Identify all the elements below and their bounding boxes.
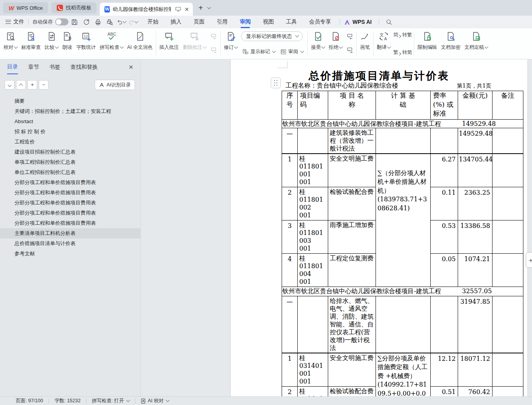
- spellcheck-indicator[interactable]: 拼写检查: 打开: [92, 398, 129, 404]
- read-aloud-button[interactable]: 朗读: [60, 28, 74, 59]
- previous-comment-button[interactable]: [209, 32, 218, 41]
- undo-chevron-icon[interactable]: [123, 19, 127, 23]
- cell-remark: [492, 220, 523, 254]
- ink-pen-button[interactable]: 画笔: [358, 28, 372, 59]
- wps-ai-button[interactable]: WPS AI: [344, 19, 372, 25]
- page-margin-corner-mark: [277, 61, 288, 68]
- menu-tab-tools[interactable]: 工具: [286, 16, 297, 27]
- word-count-button[interactable]: 12 字数统计: [74, 28, 98, 59]
- sidebar-tab-find-replace[interactable]: 查找和替换: [70, 64, 98, 74]
- previous-change-button[interactable]: [345, 32, 354, 41]
- tab-wps-home[interactable]: W WPS Office: [3, 2, 48, 13]
- reject-button[interactable]: 拒绝: [327, 28, 344, 59]
- compare-button[interactable]: 比较: [43, 28, 60, 59]
- toc-item[interactable]: 单位工程招标控制价汇总表: [0, 167, 140, 177]
- navigation-sidebar: 目录 章节 书签 查找和替换 ✕ ＋ － AI识别目录 摘要 关键词：招标控制价…: [0, 59, 141, 396]
- toc-item[interactable]: 分部分项工程和单价措施项目费用表: [0, 198, 140, 208]
- zoom-out-toc-button[interactable]: －: [39, 80, 49, 90]
- spell-check-button[interactable]: ABC 拼写检查: [98, 28, 125, 59]
- encrypt-document-button[interactable]: 文档加密: [439, 28, 462, 59]
- close-sidebar-icon[interactable]: ✕: [128, 64, 133, 74]
- sidebar-tab-sections[interactable]: 章节: [28, 64, 39, 74]
- measures-pricing-table[interactable]: 序 号 项目编 码 项 目 名 称 计 算 基 础 费率 (%) 或 标准 金额…: [282, 91, 523, 396]
- chevron-down-icon: [203, 45, 207, 49]
- menu-tab-view[interactable]: 视图: [263, 16, 274, 27]
- document-page[interactable]: 总价措施项目清单与计价表 工程名称：贵台镇中心幼儿园保教综合楼 第1页，共1页 …: [231, 59, 527, 396]
- markup-state-dropdown[interactable]: 显示标记的最终状态: [241, 31, 303, 41]
- toc-item[interactable]: 参考文献: [0, 249, 140, 259]
- save-icon: [71, 19, 78, 25]
- close-tab-icon[interactable]: ✕: [184, 7, 189, 12]
- toc-item[interactable]: 单项工程招标控制价汇总表: [0, 157, 140, 167]
- word-count-indicator[interactable]: 字数: 15232: [54, 398, 81, 404]
- menu-tab-reference[interactable]: 引用: [217, 16, 228, 27]
- to-simplified-button[interactable]: 繁 转简: [393, 49, 412, 56]
- tab-document-active[interactable]: W 幼儿园保教综合楼招标控制价 ✕: [100, 3, 193, 16]
- monitor-icon[interactable]: [175, 7, 181, 12]
- toc-item[interactable]: 分部分项工程和单价措施项目费用表: [0, 188, 140, 198]
- redo-button[interactable]: [128, 17, 138, 27]
- delete-comment-button[interactable]: 删除批注: [181, 28, 208, 59]
- cell-code: 桂 011801002 001: [298, 187, 328, 220]
- toc-item[interactable]: 分部分项工程和单价措施项目费用表: [0, 208, 140, 218]
- tab-docer-templates[interactable]: 找稻壳模板: [51, 2, 97, 13]
- quick-add-button[interactable]: ＋: [526, 252, 532, 268]
- print-preview-button[interactable]: [105, 17, 114, 27]
- menu-tab-insert[interactable]: 插入: [171, 16, 182, 27]
- toc-item[interactable]: 摘要: [0, 96, 140, 106]
- standard-review-button[interactable]: 标准审查: [19, 28, 43, 59]
- menu-tab-review[interactable]: 审阅: [240, 16, 251, 27]
- restrict-editing-button[interactable]: 限制编辑: [415, 28, 439, 59]
- chevron-down-icon: [14, 45, 18, 49]
- to-traditional-button[interactable]: 简 转繁: [393, 31, 412, 38]
- document-title: 总价措施项目清单与计价表: [231, 69, 527, 83]
- toc-item[interactable]: 总价措施项目清单与计价表: [0, 238, 140, 249]
- next-comment-button[interactable]: [209, 46, 218, 54]
- toc-item[interactable]: 分部分项工程和单价措施项目费用表: [0, 177, 140, 188]
- autosave-toggle[interactable]: [55, 18, 68, 25]
- expand-all-button[interactable]: [5, 80, 14, 90]
- document-canvas[interactable]: 总价措施项目清单与计价表 工程名称：贵台镇中心幼儿园保教综合楼 第1页，共1页 …: [141, 59, 532, 396]
- save-button[interactable]: [70, 17, 79, 27]
- next-change-button[interactable]: [345, 46, 354, 54]
- toc-item-active[interactable]: 主要清单项目工料机分析表: [0, 228, 140, 238]
- menu-tab-member[interactable]: 会员专享: [309, 16, 331, 27]
- toc-item[interactable]: 分部分项工程和单价措施项目费用表: [0, 218, 140, 228]
- toc-item[interactable]: 招 标 控 制 价: [0, 127, 140, 137]
- ai-polish-button[interactable]: AI 全文润色: [125, 28, 155, 59]
- file-menu-button[interactable]: 文件: [5, 18, 24, 25]
- track-changes-button[interactable]: 修订: [222, 28, 239, 59]
- toc-item[interactable]: 建设项目招标控制价汇总表: [0, 147, 140, 157]
- translate-button[interactable]: 文A 翻译: [375, 28, 392, 59]
- toc-item[interactable]: 工程造价: [0, 137, 140, 147]
- sidebar-tab-bookmarks[interactable]: 书签: [49, 64, 60, 74]
- sidebar-tab-contents[interactable]: 目录: [7, 63, 18, 74]
- search-button[interactable]: [384, 17, 394, 27]
- ai-proofread-indicator[interactable]: AI 校对: [141, 398, 169, 404]
- export-button[interactable]: [81, 17, 91, 27]
- cell-amount: 18071.12: [458, 353, 492, 387]
- finalize-document-button[interactable]: 文档定稿: [462, 28, 490, 59]
- page-indicator[interactable]: 页面: 97/100: [16, 398, 43, 404]
- collapse-all-button[interactable]: [16, 80, 26, 90]
- menu-tab-page[interactable]: 页面: [194, 16, 205, 27]
- toc-item[interactable]: 关键词：招标控制价；土建工程；安装工程: [0, 106, 140, 116]
- tab-list-chevron-icon[interactable]: [207, 5, 211, 9]
- ai-recognize-toc-button[interactable]: AI识别目录: [95, 80, 135, 90]
- proofread-button[interactable]: 校对: [2, 28, 19, 59]
- toc-item[interactable]: Absrtact: [0, 116, 140, 127]
- search-icon: [386, 19, 392, 25]
- zoom-in-toc-button[interactable]: ＋: [27, 80, 37, 90]
- undo-button[interactable]: [117, 17, 126, 27]
- cell-amount: 760.42: [458, 387, 492, 397]
- print-button[interactable]: [93, 17, 102, 27]
- accept-button[interactable]: 接受: [309, 28, 327, 59]
- redo-chevron-icon[interactable]: [135, 19, 138, 23]
- new-tab-button[interactable]: +: [198, 4, 203, 13]
- svg-text:A: A: [384, 36, 387, 41]
- insert-comment-button[interactable]: 插入批注: [157, 28, 181, 59]
- cell-rate: 0.11: [431, 187, 458, 220]
- menu-tab-home[interactable]: 开始: [147, 16, 158, 27]
- show-markup-button[interactable]: 显示标记: [241, 48, 277, 56]
- review-pane-button[interactable]: 审阅: [279, 48, 305, 56]
